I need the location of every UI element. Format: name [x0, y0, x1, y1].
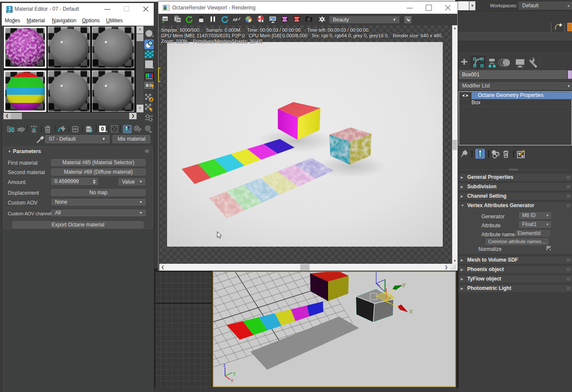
svg-text:z: z — [223, 363, 225, 368]
svg-text:AF: AF — [233, 18, 238, 22]
svg-text:0: 0 — [101, 126, 104, 132]
svg-text:x: x — [231, 378, 233, 383]
svg-text:y: y — [402, 281, 406, 287]
svg-text:MAX: MAX — [7, 11, 12, 13]
svg-text:3: 3 — [8, 6, 11, 11]
svg-text:y: y — [234, 371, 236, 376]
svg-text:X: X — [409, 309, 413, 315]
